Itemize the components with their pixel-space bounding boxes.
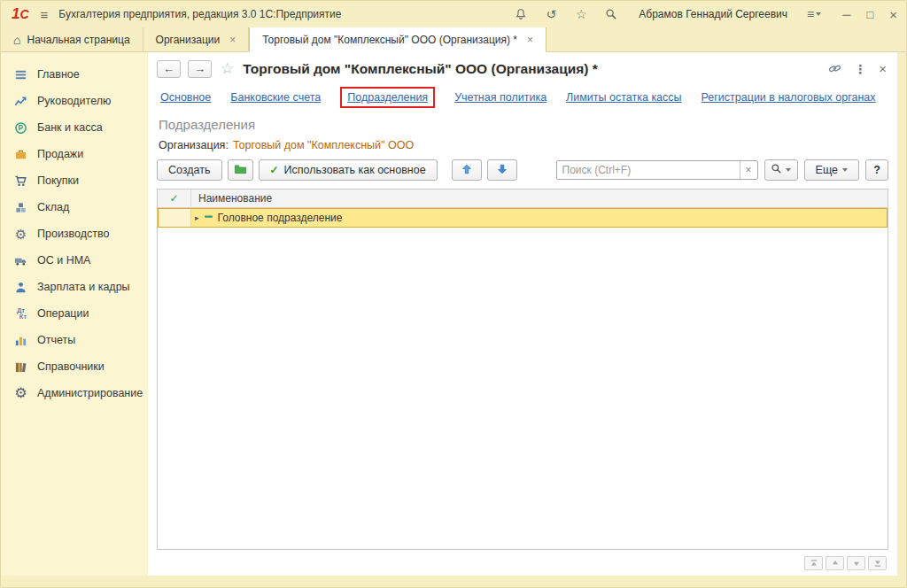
name-cell[interactable]: ▸ Головное подразделение: [191, 209, 887, 227]
window-bottom-edge: [1, 576, 906, 587]
history-icon[interactable]: ↺: [543, 6, 559, 22]
navlink-bank-accounts[interactable]: Банковские счета: [230, 91, 321, 104]
help-button[interactable]: ?: [865, 159, 888, 181]
close-tab-icon[interactable]: ×: [229, 34, 236, 46]
clear-search-icon[interactable]: ×: [740, 161, 757, 179]
name-column-header[interactable]: Наименование: [191, 192, 888, 205]
tab-home[interactable]: ⌂ Начальная страница: [1, 27, 143, 51]
go-top-icon: [810, 555, 818, 571]
main-flag-cell[interactable]: [159, 209, 191, 227]
more-actions-button[interactable]: Еще: [804, 159, 859, 181]
window-controls: ─ □ ×: [842, 8, 897, 21]
cart-icon: [13, 174, 28, 189]
department-item-icon: [204, 212, 213, 224]
sidebar-item-fixed-assets[interactable]: ОС и НМА: [1, 247, 148, 274]
1c-logo-icon: 1С: [12, 5, 28, 23]
sidebar-item-administration[interactable]: ⚙ Администрирование: [1, 380, 148, 406]
sidebar-item-main[interactable]: Главное: [1, 61, 148, 88]
main-flag-column-header[interactable]: ✓: [158, 190, 191, 207]
back-button[interactable]: ←: [157, 60, 181, 78]
dtkt-icon: Дт Кт: [13, 306, 28, 321]
maximize-icon[interactable]: □: [866, 9, 873, 20]
organization-line: Организация: Торговый дом "Комплексный" …: [148, 134, 897, 153]
service-menu-icon[interactable]: ≡: [807, 7, 821, 21]
home-icon: ⌂: [13, 33, 20, 47]
more-menu-dots-icon[interactable]: ⋮: [854, 62, 866, 76]
bar-chart-icon: [13, 333, 28, 348]
app-window: 1С ≡ Бухгалтерия предприятия, редакция 3…: [0, 0, 907, 588]
gears-icon: ⚙: [13, 227, 28, 242]
table-header-row: ✓ Наименование: [158, 190, 888, 208]
close-form-icon[interactable]: ×: [879, 61, 887, 76]
get-link-icon[interactable]: [828, 62, 841, 75]
sidebar-item-production[interactable]: ⚙ Производство: [1, 220, 148, 247]
close-window-icon[interactable]: ×: [889, 8, 897, 21]
sidebar-item-manager[interactable]: Руководителю: [1, 88, 148, 114]
dropdown-caret-icon: [842, 168, 848, 172]
list-bottom-button[interactable]: [868, 556, 887, 570]
form-content: ← → ☆ Торговый дом "Комплексный" ООО (Ор…: [148, 52, 897, 576]
go-bottom-icon: [873, 555, 882, 571]
list-up-button[interactable]: [826, 556, 844, 570]
notifications-bell-icon[interactable]: [513, 6, 529, 22]
page-title: Торговый дом "Комплексный" ООО (Организа…: [243, 61, 598, 77]
page-up-icon: [831, 555, 840, 571]
navlink-accounting-policy[interactable]: Учетная политика: [454, 91, 547, 104]
navlink-departments[interactable]: Подразделения: [340, 87, 435, 108]
form-nav-links: Основное Банковские счета Подразделения …: [148, 81, 897, 112]
magnifier-icon: [771, 163, 782, 177]
search-options-button[interactable]: [764, 159, 798, 181]
departments-table: ✓ Наименование ▸ Головное подразделение: [157, 189, 888, 550]
sidebar-item-sales[interactable]: Продажи: [1, 141, 148, 167]
sidebar-item-purchases[interactable]: Покупки: [1, 167, 148, 194]
trend-chart-icon: [13, 94, 28, 109]
organization-link[interactable]: Торговый дом "Комплексный" ООО: [233, 139, 414, 151]
boxes-icon: [13, 200, 28, 215]
move-up-button[interactable]: [452, 159, 482, 181]
search-icon[interactable]: [603, 6, 619, 22]
truck-icon: [13, 253, 28, 268]
forward-arrow-icon: →: [194, 62, 205, 75]
tab-organizations[interactable]: Организации ×: [143, 27, 250, 51]
list-icon: [13, 67, 28, 82]
table-row[interactable]: ▸ Головное подразделение: [158, 208, 888, 228]
up-arrow-icon: [461, 163, 473, 178]
sidebar-item-operations[interactable]: Дт Кт Операции: [1, 300, 148, 327]
move-down-button[interactable]: [487, 159, 517, 181]
create-button[interactable]: Создать: [157, 159, 222, 181]
list-pager: [148, 553, 897, 576]
gear-icon: ⚙: [13, 386, 28, 401]
list-toolbar: Создать ✓ Использовать как основное: [148, 153, 897, 187]
sidebar-item-warehouse[interactable]: Склад: [1, 194, 148, 220]
use-as-main-button[interactable]: ✓ Использовать как основное: [259, 159, 438, 181]
folder-plus-icon: [234, 162, 247, 178]
sidebar-item-bank-cash[interactable]: Банк и касса: [1, 114, 148, 141]
navlink-tax-registrations[interactable]: Регистрации в налоговых органах: [702, 91, 876, 104]
sidebar-item-payroll-hr[interactable]: Зарплата и кадры: [1, 274, 148, 300]
check-icon: ✓: [169, 192, 178, 205]
list-down-button[interactable]: [847, 556, 865, 570]
briefcase-icon: [13, 147, 28, 162]
sidebar-item-reports[interactable]: Отчеты: [1, 327, 148, 353]
main-menu-burger-icon[interactable]: ≡: [41, 7, 49, 22]
navlink-cash-limits[interactable]: Лимиты остатка кассы: [566, 91, 681, 104]
favorite-star-icon[interactable]: ☆: [221, 59, 234, 78]
list-top-button[interactable]: [804, 556, 823, 570]
titlebar: 1С ≡ Бухгалтерия предприятия, редакция 3…: [1, 1, 906, 27]
tree-expand-icon[interactable]: ▸: [195, 213, 199, 222]
search-input[interactable]: [557, 161, 740, 179]
current-user[interactable]: Абрамов Геннадий Сергеевич: [639, 8, 787, 20]
sidebar-item-directories[interactable]: Справочники: [1, 353, 148, 380]
favorites-star-icon[interactable]: ☆: [573, 6, 589, 22]
table-empty-area: [158, 228, 888, 549]
tabbar: ⌂ Начальная страница Организации × Торго…: [1, 27, 906, 52]
forward-button[interactable]: →: [188, 60, 212, 78]
tab-organization-card[interactable]: Торговый дом "Комплексный" ООО (Организа…: [249, 27, 547, 52]
coin-icon: [13, 120, 28, 135]
navlink-main[interactable]: Основное: [160, 91, 211, 104]
close-tab-icon[interactable]: ×: [527, 34, 533, 46]
section-sidebar: Главное Руководителю Банк и касса Продаж…: [1, 52, 148, 576]
create-group-button[interactable]: [228, 159, 253, 181]
organization-label: Организация:: [159, 139, 229, 151]
minimize-icon[interactable]: ─: [842, 9, 850, 20]
